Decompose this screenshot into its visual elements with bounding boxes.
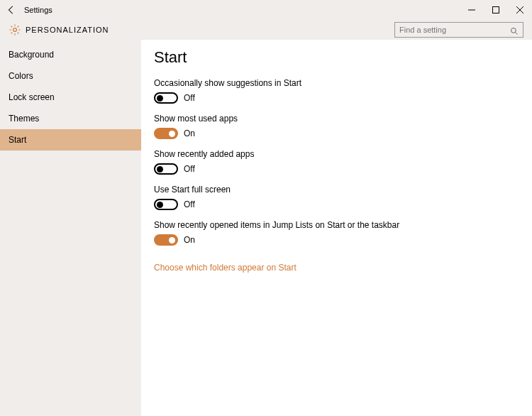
setting-label: Occasionally show suggestions in Start (154, 78, 519, 88)
sidebar-item-background[interactable]: Background (0, 44, 141, 65)
setting-most-used: Show most used apps On (154, 114, 519, 139)
setting-full-screen: Use Start full screen Off (154, 185, 519, 210)
toggle-state: On (184, 235, 195, 245)
sidebar-item-label: Colors (9, 71, 33, 81)
choose-folders-link[interactable]: Choose which folders appear on Start (154, 263, 297, 273)
toggle-most-used[interactable] (154, 128, 178, 139)
search-icon (510, 26, 519, 34)
svg-line-6 (516, 33, 518, 35)
toggle-suggestions[interactable] (154, 92, 178, 104)
section-title: PERSONALIZATION (26, 26, 109, 34)
main-panel: Start Occasionally show suggestions in S… (141, 40, 532, 416)
page-title: Start (154, 48, 519, 67)
setting-suggestions: Occasionally show suggestions in Start O… (154, 78, 519, 104)
minimize-button[interactable] (460, 0, 484, 20)
toggle-recently-added[interactable] (154, 163, 178, 175)
back-button[interactable] (0, 0, 23, 20)
gear-icon (9, 23, 21, 36)
svg-point-5 (511, 28, 516, 33)
svg-rect-1 (493, 7, 499, 13)
subheader: PERSONALIZATION (0, 20, 532, 40)
search-box[interactable] (394, 22, 523, 38)
sidebar-item-label: Lock screen (9, 92, 55, 102)
setting-jump-lists: Show recently opened items in Jump Lists… (154, 220, 519, 246)
maximize-button[interactable] (484, 0, 508, 20)
toggle-state: On (184, 128, 195, 138)
sidebar-item-colors[interactable]: Colors (0, 65, 141, 87)
toggle-state: Off (184, 93, 195, 103)
toggle-state: Off (184, 199, 195, 209)
setting-label: Show recently added apps (154, 149, 519, 159)
sidebar-item-themes[interactable]: Themes (0, 108, 141, 129)
search-input[interactable] (399, 26, 510, 34)
toggle-full-screen[interactable] (154, 199, 178, 210)
toggle-state: Off (184, 164, 195, 174)
sidebar-item-label: Start (9, 135, 26, 145)
sidebar-item-label: Background (9, 50, 54, 60)
sidebar-item-lock-screen[interactable]: Lock screen (0, 87, 141, 108)
sidebar-item-start[interactable]: Start (0, 129, 141, 150)
window-title: Settings (23, 6, 52, 14)
setting-label: Show recently opened items in Jump Lists… (154, 220, 519, 230)
setting-recently-added: Show recently added apps Off (154, 149, 519, 175)
setting-label: Use Start full screen (154, 185, 519, 195)
sidebar: Background Colors Lock screen Themes Sta… (0, 40, 141, 416)
close-button[interactable] (508, 0, 532, 20)
sidebar-item-label: Themes (9, 114, 39, 124)
toggle-jump-lists[interactable] (154, 234, 178, 246)
svg-point-4 (13, 28, 17, 32)
setting-label: Show most used apps (154, 114, 519, 124)
titlebar: Settings (0, 0, 532, 20)
